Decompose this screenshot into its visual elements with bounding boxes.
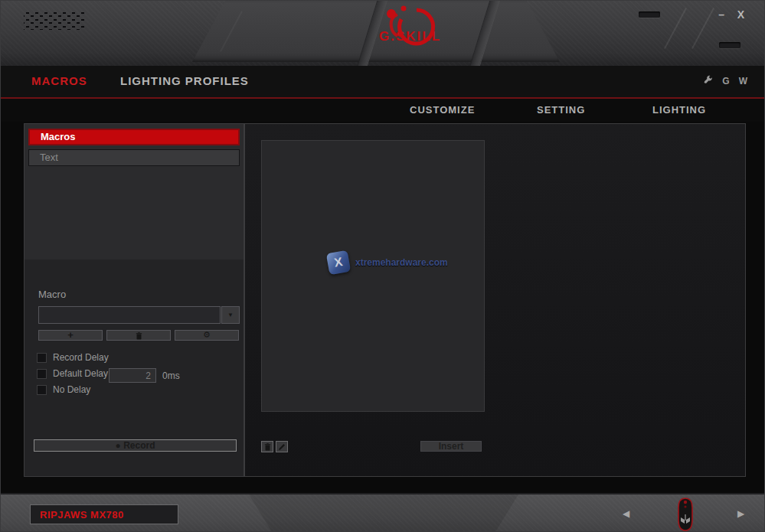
default-delay-input[interactable]: [109, 368, 156, 383]
no-delay-label: No Delay: [53, 384, 90, 395]
default-delay-suffix: 0ms: [162, 370, 180, 381]
header-panel: G.SKILL – X: [1, 1, 765, 66]
add-macro-button[interactable]: +: [38, 330, 103, 341]
device-name-box: RIPJAWS MX780: [30, 504, 178, 524]
chevron-down-icon[interactable]: ▼: [221, 306, 240, 324]
record-button[interactable]: ● Record: [34, 439, 237, 452]
trash-icon: [264, 443, 271, 451]
app-window: G.SKILL – X MACROS LIGHTING PROFILES G W…: [0, 0, 765, 532]
sidebar: Macros Text Macro ▼ + ⚙: [24, 123, 244, 477]
next-device-button[interactable]: ▶: [737, 508, 744, 519]
delete-event-button[interactable]: [261, 441, 273, 452]
gear-icon: ⚙: [203, 330, 211, 339]
header-vent: [719, 42, 740, 48]
insert-button[interactable]: Insert: [420, 441, 482, 452]
list-item-macros[interactable]: Macros: [28, 129, 240, 145]
record-delay-checkbox[interactable]: [37, 353, 47, 363]
edit-event-button[interactable]: [276, 441, 288, 452]
watermark: X xtremehardware.com: [328, 252, 448, 273]
mouse-icon[interactable]: [675, 496, 696, 532]
footer-facet: [230, 494, 537, 532]
content-panel: X xtremehardware.com Insert: [244, 123, 746, 477]
macro-section: Macro ▼ + ⚙ Record Delay: [25, 259, 244, 476]
w-shortcut[interactable]: W: [739, 76, 747, 86]
record-dot-icon: ●: [116, 440, 121, 451]
macro-section-label: Macro: [38, 289, 66, 300]
menu-item-macros[interactable]: MACROS: [31, 74, 87, 87]
logo-text: G.SKILL: [379, 29, 441, 44]
close-button[interactable]: X: [737, 8, 744, 21]
minimize-button[interactable]: –: [718, 8, 724, 21]
pencil-icon: [278, 443, 286, 451]
list-item-text[interactable]: Text: [28, 149, 240, 166]
footer-bar: RIPJAWS MX780 ◀ ▶: [1, 493, 765, 532]
record-delay-label: Record Delay: [53, 352, 109, 363]
main-area: Macros Text Macro ▼ + ⚙: [1, 122, 765, 493]
macro-type-list: Macros Text: [25, 124, 244, 260]
menu-bar: MACROS LIGHTING PROFILES G W: [1, 66, 765, 97]
macro-dropdown[interactable]: [38, 306, 221, 324]
watermark-text: xtremehardware.com: [355, 257, 448, 268]
tab-lighting[interactable]: LIGHTING: [652, 104, 706, 116]
delete-macro-button[interactable]: [106, 330, 171, 341]
default-delay-checkbox[interactable]: [37, 369, 47, 379]
menu-item-lighting-profiles[interactable]: LIGHTING PROFILES: [120, 74, 249, 87]
record-button-label: Record: [123, 440, 155, 451]
prev-device-button[interactable]: ◀: [623, 508, 629, 519]
device-name: RIPJAWS MX780: [31, 509, 124, 521]
tab-setting[interactable]: SETTING: [537, 104, 585, 116]
header-vent: [639, 11, 660, 18]
trash-icon: [136, 332, 142, 340]
macro-event-list[interactable]: X xtremehardware.com: [261, 140, 485, 412]
no-delay-checkbox[interactable]: [37, 385, 47, 395]
wrench-icon[interactable]: [703, 75, 713, 87]
default-delay-label: Default Delay: [53, 368, 108, 379]
watermark-x-icon: X: [326, 250, 351, 275]
tab-bar: CUSTOMIZE SETTING LIGHTING: [1, 99, 765, 122]
gskill-logo: G.SKILL: [344, 4, 459, 56]
speaker-grille: [24, 10, 85, 30]
tab-customize[interactable]: CUSTOMIZE: [410, 104, 475, 116]
g-shortcut[interactable]: G: [722, 76, 729, 86]
macro-settings-button[interactable]: ⚙: [175, 330, 239, 341]
